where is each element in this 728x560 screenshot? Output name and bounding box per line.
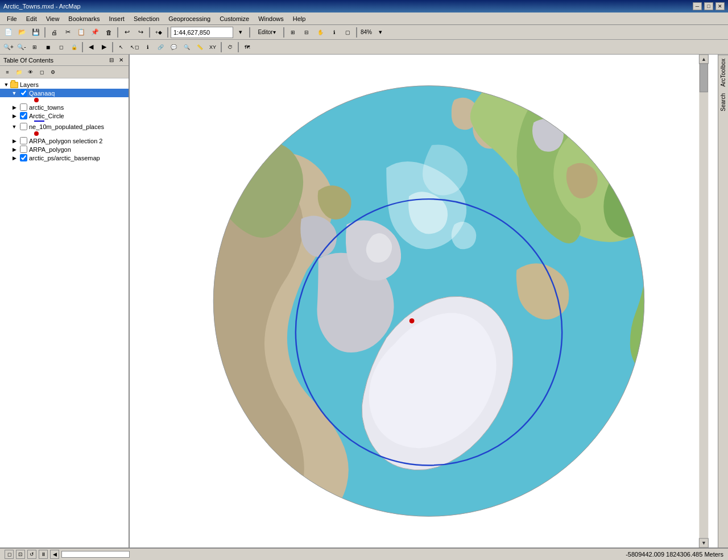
identify-tool-btn[interactable]: ℹ <box>141 41 154 53</box>
search-tab[interactable]: Search <box>718 90 728 115</box>
toc-item-basemap[interactable]: ▶ arctic_ps/arctic_basemap <box>0 154 129 162</box>
arpa-poly-expand-icon[interactable]: ▶ <box>10 147 18 152</box>
select-btn[interactable]: ▢ <box>341 26 354 39</box>
sep11 <box>238 42 239 52</box>
print-btn[interactable]: 🖨 <box>48 26 60 39</box>
toc-close-btn[interactable]: ✕ <box>117 56 125 64</box>
menu-customize[interactable]: Customize <box>215 14 254 23</box>
arctic-towns-checkbox[interactable] <box>20 103 27 111</box>
svg-rect-7 <box>699 55 708 547</box>
zoom-out-map-btn[interactable]: ⊟ <box>300 26 313 39</box>
time-slider-btn[interactable]: ⏱ <box>224 41 236 53</box>
arpa-poly-label: ARPA_polygon <box>29 146 71 153</box>
toc-layers-group[interactable]: ▼ Layers <box>0 81 129 89</box>
copy-btn[interactable]: 📋 <box>75 26 88 39</box>
arpa-sel2-checkbox[interactable] <box>20 137 27 144</box>
zoom-layer-btn[interactable]: ◼ <box>42 41 54 53</box>
status-btn1[interactable]: ◻ <box>5 550 14 559</box>
scale-dropdown[interactable]: ▾ <box>234 26 247 39</box>
new-btn[interactable]: 📄 <box>2 26 15 39</box>
identify-btn[interactable]: ℹ <box>328 26 340 39</box>
menu-help[interactable]: Help <box>288 14 311 23</box>
qaanaaq-expand-icon[interactable]: ▼ <box>10 90 18 96</box>
zoom-pct-dropdown[interactable]: ▾ <box>374 26 387 39</box>
arpa-poly-checkbox[interactable] <box>20 146 27 153</box>
back-btn[interactable]: ◀ <box>85 41 97 53</box>
map-area[interactable]: ▲ ▼ ArcToolbox Search <box>130 55 728 547</box>
find-btn[interactable]: 🔍 <box>180 41 193 53</box>
arpa-sel2-expand-icon[interactable]: ▶ <box>10 138 18 144</box>
toc-body: ▼ Layers ▼ Qaanaaq ▶ arctic_towns <box>0 78 129 547</box>
maximize-button[interactable]: □ <box>704 2 713 10</box>
pan-btn[interactable]: ✋ <box>314 26 326 39</box>
minimize-button[interactable]: ─ <box>693 2 702 10</box>
basemap-expand-icon[interactable]: ▶ <box>10 155 18 161</box>
arctic-towns-expand-icon[interactable]: ▶ <box>10 105 18 110</box>
toc-options-btn[interactable]: ⚙ <box>48 67 58 77</box>
add-data-btn[interactable]: +◆ <box>152 26 165 39</box>
editor-btn[interactable]: Editor▾ <box>253 26 281 39</box>
toc-item-qaanaaq[interactable]: ▼ Qaanaaq <box>0 89 129 97</box>
fix-scale-btn[interactable]: 🔒 <box>68 41 80 53</box>
toc-item-arpa-poly[interactable]: ▶ ARPA_polygon <box>0 145 129 154</box>
save-btn[interactable]: 💾 <box>30 26 42 39</box>
menu-edit[interactable]: Edit <box>22 14 42 23</box>
zoom-out-btn[interactable]: 🔍- <box>15 41 28 53</box>
toc-item-ne10m[interactable]: ▼ ne_10m_populated_places <box>0 122 129 131</box>
redo-btn[interactable]: ↪ <box>134 26 147 39</box>
status-btn2[interactable]: ⊡ <box>16 550 25 559</box>
ne10m-checkbox[interactable] <box>20 123 27 130</box>
menu-geoprocessing[interactable]: Geoprocessing <box>164 14 215 23</box>
toc-item-arctic-towns[interactable]: ▶ arctic_towns <box>0 103 129 111</box>
undo-btn[interactable]: ↩ <box>121 26 133 39</box>
ne10m-legend <box>0 131 129 136</box>
arctic-circle-checkbox[interactable] <box>20 112 27 119</box>
zoom-sel-btn[interactable]: ◻ <box>55 41 67 53</box>
sep4 <box>167 27 168 38</box>
menu-windows[interactable]: Windows <box>254 14 288 23</box>
gotoXY-btn[interactable]: XY <box>206 41 219 53</box>
html-popup-btn[interactable]: 💬 <box>167 41 180 53</box>
menu-insert[interactable]: Insert <box>104 14 129 23</box>
menu-view[interactable]: View <box>42 14 64 23</box>
toc-list-by-sel-btn[interactable]: ◻ <box>36 67 47 77</box>
menu-selection[interactable]: Selection <box>129 14 164 23</box>
arctoolbox-tab[interactable]: ArcToolbox <box>718 55 728 90</box>
toolbar-standard: 📄 📂 💾 🖨 ✂ 📋 📌 🗑 ↩ ↪ +◆ ▾ Editor▾ ⊞ ⊟ ✋ ℹ… <box>0 25 728 40</box>
zoom-full-btn[interactable]: ⊞ <box>28 41 41 53</box>
qaanaaq-checkbox[interactable] <box>20 89 27 97</box>
select-elements-btn[interactable]: ↖ <box>115 41 127 53</box>
close-button[interactable]: ✕ <box>715 2 725 10</box>
toc-item-arpa-sel2[interactable]: ▶ ARPA_polygon selection 2 <box>0 136 129 145</box>
status-btn3[interactable]: ↺ <box>27 550 36 559</box>
toc-item-arctic-circle[interactable]: ▶ Arctic_Circle <box>0 111 129 120</box>
toc-list-by-source-btn[interactable]: 📁 <box>14 67 24 77</box>
arctic-circle-expand-icon[interactable]: ▶ <box>10 113 18 119</box>
ne10m-expand-icon[interactable]: ▼ <box>10 124 18 130</box>
toc-float-btn[interactable]: ⊟ <box>107 56 115 64</box>
scale-input[interactable] <box>171 27 233 38</box>
forward-btn[interactable]: ▶ <box>98 41 110 53</box>
status-btn4[interactable]: ⏸ <box>39 550 48 559</box>
render-btn[interactable]: 🗺 <box>241 41 253 53</box>
zoom-in-btn[interactable]: 🔍+ <box>2 41 15 53</box>
delete-btn[interactable]: 🗑 <box>102 26 115 39</box>
layers-expand-icon[interactable]: ▼ <box>2 82 10 88</box>
toc-list-by-drawing-btn[interactable]: ≡ <box>2 67 13 77</box>
status-btn5[interactable]: ◀ <box>50 550 59 559</box>
paste-btn[interactable]: 📌 <box>89 26 101 39</box>
hyperlink-btn[interactable]: 🔗 <box>154 41 167 53</box>
basemap-checkbox[interactable] <box>20 154 27 161</box>
cut-btn[interactable]: ✂ <box>61 26 74 39</box>
status-bar: ◻ ⊡ ↺ ⏸ ◀ -5809442.009 1824306.485 Meter… <box>0 547 728 560</box>
zoom-in-map-btn[interactable]: ⊞ <box>287 26 299 39</box>
menu-bookmarks[interactable]: Bookmarks <box>64 14 104 23</box>
toc-header-buttons: ⊟ ✕ <box>107 56 125 64</box>
open-btn[interactable]: 📂 <box>16 26 28 39</box>
layers-folder-icon <box>10 82 18 88</box>
sep2 <box>117 27 118 38</box>
select-features-btn[interactable]: ↖◻ <box>128 41 140 53</box>
menu-file[interactable]: File <box>2 14 22 23</box>
measure-btn[interactable]: 📏 <box>193 41 206 53</box>
toc-list-by-visibility-btn[interactable]: 👁 <box>25 67 35 77</box>
